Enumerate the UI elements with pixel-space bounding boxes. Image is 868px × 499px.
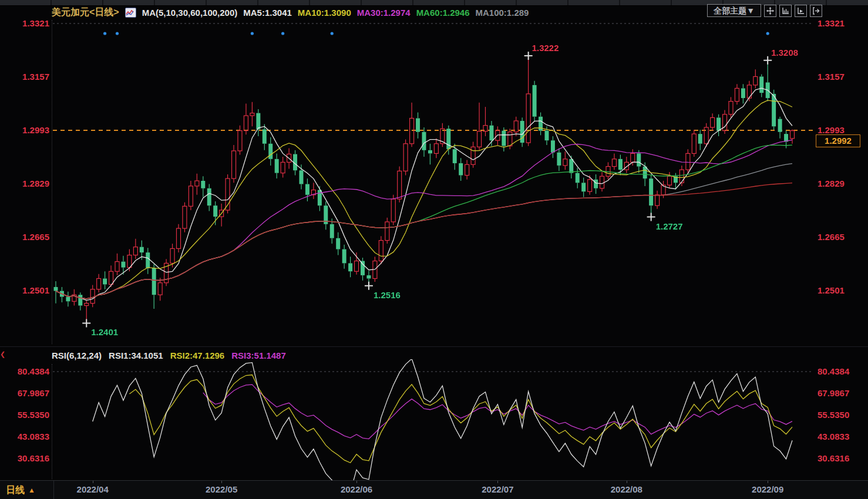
x-axis-month-label: 2022/05: [195, 484, 248, 494]
rsi-indicator-chart[interactable]: [53, 359, 813, 480]
x-axis-tick: [497, 481, 498, 483]
period-selector[interactable]: 日线 ▲: [0, 481, 54, 499]
price-annotation: 1.3222: [532, 43, 559, 53]
symbol-name: 美元加元: [52, 7, 89, 17]
rsi-axis-label-right: 43.0833: [817, 431, 867, 442]
x-axis-tick: [627, 481, 627, 483]
rsi3-value: RSI3:51.1487: [231, 350, 286, 360]
x-axis-tick: [93, 481, 93, 483]
price-axis-label-left: 1.3157: [1, 72, 49, 82]
price-annotation: 1.2727: [656, 221, 683, 231]
x-axis-tick: [768, 481, 768, 483]
rsi1-value: RSI1:34.1051: [109, 350, 163, 360]
arrow-out-icon[interactable]: [810, 5, 822, 17]
period-arrow-icon: ▲: [28, 486, 35, 494]
period-tag: <日线>: [89, 7, 119, 17]
theme-select-button[interactable]: 全部主题▼: [707, 4, 761, 17]
ma5-value: MA5:1.3041: [243, 8, 292, 18]
rsi-axis-label-right: 30.6316: [817, 453, 867, 464]
rsi-axis-label-left: 67.9867: [1, 388, 49, 399]
rsi-axis-label-left: 55.5350: [1, 410, 49, 420]
main-candlestick-chart[interactable]: [53, 18, 813, 346]
trading-chart-window: 美元加元<日线> MA(5,10,30,60,100,200) MA5:1.30…: [0, 0, 868, 499]
ma100-value: MA100:1.289: [476, 8, 529, 18]
bottom-bar: 日线 ▲ 2022/042022/052022/062022/072022/08…: [0, 480, 868, 499]
price-annotation: 1.3208: [771, 48, 798, 58]
rsi-axis-line: [52, 364, 52, 479]
price-axis-label-right: 1.3321: [817, 18, 867, 29]
x-axis-month-label: 2022/04: [66, 484, 119, 494]
price-axis-label-right: 1.3157: [817, 72, 867, 82]
pane-collapse-icon[interactable]: ❮: [0, 350, 5, 358]
rsi-axis-label-right: 80.4384: [817, 366, 867, 377]
chart-play-icon[interactable]: [795, 5, 807, 17]
main-axis-line: [52, 20, 52, 344]
rsi-axis-label-left: 43.0833: [1, 431, 49, 442]
indicator-icon[interactable]: [125, 8, 136, 18]
x-axis-tick: [356, 481, 357, 483]
ma60-value: MA60:1.2946: [416, 8, 470, 18]
x-axis-month-label: 2022/08: [600, 484, 653, 494]
rsi-group-label: RSI(6,12,24): [52, 350, 102, 360]
grid-chart-icon[interactable]: [779, 5, 792, 17]
rsi-axis-label-left: 30.6316: [1, 453, 49, 464]
price-annotation: 1.2401: [91, 327, 118, 337]
pan-icon[interactable]: [764, 5, 776, 17]
current-price-tag: 1.2992: [816, 134, 860, 147]
price-axis-label-left: 1.2993: [1, 125, 49, 136]
price-axis-label-left: 1.2501: [1, 285, 49, 296]
price-axis-label-left: 1.3321: [1, 18, 49, 29]
price-axis-label-left: 1.2665: [1, 232, 49, 242]
price-axis-label-right: 1.2501: [817, 285, 867, 296]
pane-separator: [0, 346, 868, 347]
price-axis-label-left: 1.2829: [1, 178, 49, 189]
period-label: 日线: [6, 484, 25, 497]
price-annotation: 1.2516: [374, 290, 401, 300]
chart-toolbar: 全部主题▼: [707, 4, 822, 17]
ma30-value: MA30:1.2974: [357, 8, 411, 18]
price-axis-label-right: 1.2993: [817, 125, 867, 136]
rsi-axis-label-right: 55.5350: [817, 410, 867, 420]
x-axis-tick: [221, 481, 222, 483]
rsi-axis-label-left: 80.4384: [1, 366, 49, 377]
rsi2-value: RSI2:47.1296: [170, 350, 225, 360]
price-axis-label-right: 1.2665: [817, 232, 867, 242]
chart-header: 美元加元<日线> MA(5,10,30,60,100,200) MA5:1.30…: [52, 6, 529, 19]
price-axis-label-right: 1.2829: [817, 178, 867, 189]
ma-group-label: MA(5,10,30,60,100,200): [142, 8, 238, 18]
rsi-axis-label-right: 67.9867: [817, 388, 867, 399]
x-axis-month-label: 2022/07: [471, 484, 524, 494]
x-axis-month-label: 2022/06: [330, 484, 383, 494]
ma10-value: MA10:1.3090: [298, 8, 351, 18]
x-axis-month-label: 2022/09: [741, 484, 794, 494]
